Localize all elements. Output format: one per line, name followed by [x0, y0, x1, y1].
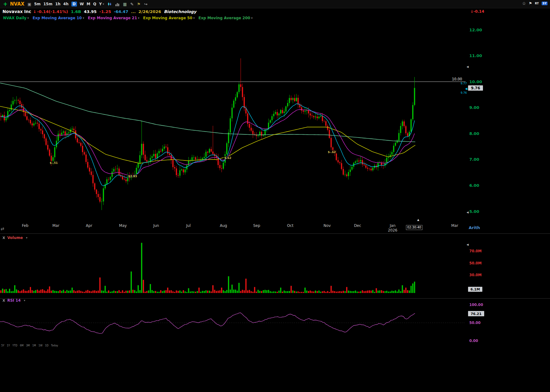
range-6m[interactable]: 6M — [20, 344, 24, 347]
range-1d[interactable]: 1D — [45, 344, 48, 347]
timeframe-4h[interactable]: 4h — [63, 2, 69, 6]
grid-view-icon[interactable]: ▦ — [123, 2, 127, 7]
svg-text:Dec: Dec — [354, 223, 361, 228]
svg-text:11.00: 11.00 — [469, 53, 482, 58]
chart-canvas[interactable]: 10.0012.0011.0010.009.008.007.006.005.00… — [0, 0, 550, 392]
scroll-right-icon[interactable]: ▲ — [417, 218, 419, 221]
quote-row: Novavax Inc ↓ -0.14(-1.41%) 1.6B 43.95 -… — [0, 8, 550, 15]
timeframe-dropdown-icon[interactable]: ▾ — [103, 2, 104, 6]
range-3m[interactable]: 3M — [26, 344, 30, 347]
svg-text:2026: 2026 — [388, 228, 398, 232]
range-today[interactable]: Today — [51, 344, 58, 347]
svg-text:Oct: Oct — [287, 223, 294, 228]
ellipsis-label[interactable]: ... — [131, 9, 136, 14]
price-pane: 10.00 — [0, 58, 466, 210]
svg-text:70.0M: 70.0M — [469, 249, 482, 253]
svg-text:10.00: 10.00 — [469, 79, 482, 84]
volume-panel-label[interactable]: Volume — [7, 236, 23, 240]
right-change: ↓-0.14 — [470, 9, 484, 14]
close-volume-icon[interactable]: X — [2, 236, 5, 240]
trading-app-window: 10.0012.0011.0010.009.008.007.006.005.00… — [0, 0, 550, 392]
svg-text:Jul: Jul — [186, 223, 191, 228]
legend-series[interactable]: NVAX Daily▾ — [3, 16, 29, 20]
rsi-dropdown-icon[interactable]: ▾ — [24, 299, 25, 302]
legend-ema50[interactable]: Exp Moving Average 50▾ — [143, 16, 195, 20]
range-shortcut-row: 5Y 1Y YTD 6M 3M 1M 1W 1D Today — [1, 344, 58, 347]
timeframe-weekly[interactable]: W — [80, 2, 84, 6]
timeframe-1h[interactable]: 1h — [55, 2, 61, 6]
range-1w[interactable]: 1W — [38, 344, 43, 347]
svg-text:76.21: 76.21 — [471, 312, 482, 316]
toolbar: + NVAX ▣ 5m 15m 1h 4h D W M Q Y ▾ ▦ — [0, 0, 550, 8]
rsi-panel-label[interactable]: RSI 14 — [7, 298, 20, 303]
svg-text:50.0M: 50.0M — [469, 261, 482, 265]
svg-text:$.62: $.62 — [224, 156, 231, 160]
svg-text:$2.93: $2.93 — [128, 175, 137, 178]
range-1y[interactable]: 1Y — [7, 344, 10, 347]
legend-ema10[interactable]: Exp Moving Average 10▾ — [33, 16, 84, 20]
svg-text:Sep: Sep — [253, 223, 260, 228]
price-axis-labels: 12.0011.0010.009.008.007.006.005.00 — [469, 28, 482, 214]
volume-dropdown-icon[interactable]: ▾ — [26, 236, 28, 239]
timeframe-5m[interactable]: 5m — [34, 2, 41, 6]
svg-text:Feb: Feb — [22, 223, 28, 228]
svg-text:100.00: 100.00 — [469, 303, 483, 307]
share-icon[interactable]: ↪ — [144, 2, 147, 7]
timeframe-yearly[interactable]: Y — [99, 2, 102, 6]
svg-text:9.76: 9.76 — [461, 91, 467, 94]
down-arrow-icon: ↓ — [33, 9, 36, 14]
volume-bars-group — [0, 243, 415, 293]
bar-countdown: 02:30:40 — [406, 225, 422, 230]
legend-row: NVAX Daily▾ Exp Moving Average 10▾ Exp M… — [0, 15, 550, 21]
volume-stat: 1.6B — [71, 9, 81, 14]
chart-annotations: $-.51$2.93$.62$-.62 — [49, 150, 337, 178]
svg-text:5.00: 5.00 — [469, 209, 479, 214]
snapshot-icon[interactable]: ▣ — [28, 2, 31, 7]
svg-text:12.00: 12.00 — [469, 28, 482, 32]
svg-text:10.00: 10.00 — [452, 77, 462, 81]
svg-text:50.00: 50.00 — [469, 321, 480, 325]
candlestick-style-icon[interactable] — [107, 2, 112, 6]
svg-text:Apr: Apr — [86, 223, 92, 228]
svg-text:Mar: Mar — [52, 223, 60, 228]
company-name: Novavax Inc — [2, 9, 31, 14]
rsi-panel-header: X RSI 14 ▾ — [2, 298, 25, 303]
stat-3: -64.47 — [114, 9, 128, 14]
edge-markers: ◀◀◀ — [467, 65, 469, 246]
symbol-label[interactable]: NVAX — [10, 1, 24, 7]
close-rsi-icon[interactable]: X — [2, 299, 5, 303]
legend-ema21[interactable]: Exp Moving Average 21▾ — [88, 16, 139, 20]
range-ytd[interactable]: YTD — [12, 344, 17, 347]
add-symbol-icon[interactable]: + — [3, 1, 7, 7]
rsi-pane: 100.0050.000.0076.21 — [0, 303, 484, 343]
favorite-star-icon[interactable]: ☆ — [522, 1, 526, 6]
svg-text:◀: ◀ — [467, 65, 469, 68]
alert-flag-icon[interactable]: ⚑ — [529, 1, 532, 6]
timeframe-quarterly[interactable]: Q — [93, 2, 96, 6]
sync-badge[interactable]: SY — [542, 2, 548, 5]
svg-text:Aug: Aug — [220, 223, 227, 228]
legend-ema200[interactable]: Exp Moving Average 200▾ — [198, 16, 252, 20]
range-1m[interactable]: 1M — [32, 344, 36, 347]
change-percent: -0.14(-1.41%) — [37, 9, 68, 14]
realtime-label: RT — [535, 2, 539, 5]
svg-text:8.00: 8.00 — [469, 131, 479, 136]
scale-mode-label[interactable]: Arith — [469, 225, 480, 230]
candles-group — [0, 58, 415, 210]
timeframe-monthly[interactable]: M — [87, 2, 90, 6]
stat-2: -1.25 — [99, 9, 111, 14]
stat-1: 43.95 — [84, 9, 97, 14]
bar-chart-icon[interactable] — [115, 2, 119, 6]
flag-tool-icon[interactable]: ⚑ — [137, 2, 141, 7]
svg-text:Jun: Jun — [153, 223, 159, 228]
draw-tools-icon[interactable]: ✎ — [130, 2, 134, 7]
svg-text:Jan: Jan — [390, 223, 396, 228]
svg-text:7.00: 7.00 — [469, 157, 479, 162]
svg-text:$-.51: $-.51 — [50, 161, 58, 164]
svg-text:6.00: 6.00 — [469, 183, 479, 188]
range-5y[interactable]: 5Y — [1, 344, 4, 347]
timeframe-daily[interactable]: D — [71, 2, 77, 7]
scroll-reset-icon[interactable]: ⇄ — [1, 226, 4, 231]
timeframe-15m[interactable]: 15m — [43, 2, 52, 6]
sector-label: Biotechnology — [164, 9, 196, 14]
